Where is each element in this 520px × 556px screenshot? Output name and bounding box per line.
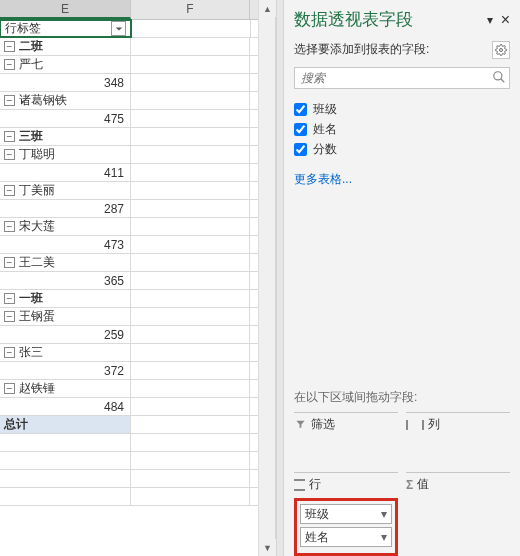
collapse-icon[interactable]: − (4, 131, 15, 142)
svg-line-2 (501, 79, 505, 83)
search-icon (492, 70, 506, 87)
value-cell[interactable]: 365 (0, 272, 131, 289)
value-cell[interactable]: 259 (0, 326, 131, 343)
pivot-table: 行标签−二班−严七348−诸葛钢铁475−三班−丁聪明411−丁美丽287−宋大… (0, 20, 275, 506)
child-row[interactable]: −丁美丽 (0, 182, 131, 199)
child-row[interactable]: −丁聪明 (0, 146, 131, 163)
columns-icon (406, 420, 424, 430)
rows-dropzone[interactable]: 班级▾姓名▾ (294, 498, 398, 556)
collapse-icon[interactable]: − (4, 257, 15, 268)
chip-dropdown-icon[interactable]: ▾ (381, 530, 387, 544)
field-chip[interactable]: 姓名▾ (300, 527, 392, 547)
col-header-f[interactable]: F (131, 0, 250, 19)
field-label: 班级 (313, 101, 337, 118)
value-cell[interactable]: 372 (0, 362, 131, 379)
collapse-icon[interactable]: − (4, 149, 15, 160)
gear-icon (495, 44, 507, 56)
scroll-up-button[interactable]: ▲ (259, 0, 276, 17)
child-row[interactable]: −严七 (0, 56, 131, 73)
collapse-icon[interactable]: − (4, 383, 15, 394)
collapse-icon[interactable]: − (4, 59, 15, 70)
value-cell[interactable]: 287 (0, 200, 131, 217)
col-header-e[interactable]: E (0, 0, 131, 19)
svg-point-1 (494, 72, 502, 80)
rows-icon (294, 479, 305, 491)
fields-settings-button[interactable] (492, 41, 510, 59)
scroll-down-button[interactable]: ▼ (259, 539, 276, 556)
field-checkbox[interactable] (294, 123, 307, 136)
empty-cell[interactable] (0, 452, 131, 469)
value-cell[interactable]: 473 (0, 236, 131, 253)
worksheet-area: E F 行标签−二班−严七348−诸葛钢铁475−三班−丁聪明411−丁美丽28… (0, 0, 276, 556)
field-item[interactable]: 班级 (294, 99, 510, 119)
child-row[interactable]: −张三 (0, 344, 131, 361)
column-headers: E F (0, 0, 275, 20)
group-row[interactable]: −二班 (0, 38, 131, 55)
child-row[interactable]: −宋大莲 (0, 218, 131, 235)
pane-separator[interactable] (276, 0, 284, 556)
field-label: 姓名 (313, 121, 337, 138)
collapse-icon[interactable]: − (4, 347, 15, 358)
child-row[interactable]: −王二美 (0, 254, 131, 271)
field-item[interactable]: 分数 (294, 139, 510, 159)
vertical-scrollbar[interactable]: ▲ ▼ (258, 0, 275, 556)
values-area-label: 值 (417, 476, 429, 493)
field-list: 班级姓名分数 (294, 99, 510, 159)
group-row[interactable]: −一班 (0, 290, 131, 307)
pane-close-icon[interactable]: × (501, 11, 510, 29)
pivot-fields-pane: 数据透视表字段 ▾ × 选择要添加到报表的字段: 班级姓名分数 更多表格... … (284, 0, 520, 556)
field-chip[interactable]: 班级▾ (300, 504, 392, 524)
field-item[interactable]: 姓名 (294, 119, 510, 139)
columns-area[interactable]: 列 (406, 412, 510, 468)
areas-hint: 在以下区域间拖动字段: (294, 389, 510, 406)
collapse-icon[interactable]: − (4, 41, 15, 52)
chip-dropdown-icon[interactable]: ▾ (381, 507, 387, 521)
child-row[interactable]: −赵铁锤 (0, 380, 131, 397)
search-input[interactable] (294, 67, 510, 89)
field-checkbox[interactable] (294, 103, 307, 116)
child-row[interactable]: −王钢蛋 (0, 308, 131, 325)
value-cell[interactable]: 475 (0, 110, 131, 127)
pane-menu-caret-icon[interactable]: ▾ (487, 13, 493, 27)
values-area[interactable]: Σ值 (406, 472, 510, 556)
chip-label: 班级 (305, 506, 329, 523)
value-cell[interactable]: 484 (0, 398, 131, 415)
filter-area-label: 筛选 (311, 416, 335, 433)
areas-grid: 筛选 列 行 班级▾姓名▾ Σ值 (294, 412, 510, 556)
child-row[interactable]: −诸葛钢铁 (0, 92, 131, 109)
field-label: 分数 (313, 141, 337, 158)
more-tables-link[interactable]: 更多表格... (294, 171, 510, 188)
filter-icon (294, 419, 307, 430)
grand-total-row[interactable]: 总计 (0, 416, 131, 433)
values-icon: Σ (406, 478, 413, 492)
value-cell[interactable]: 348 (0, 74, 131, 91)
row-labels-cell[interactable]: 行标签 (0, 19, 132, 38)
chip-label: 姓名 (305, 529, 329, 546)
rows-area-label: 行 (309, 476, 321, 493)
collapse-icon[interactable]: − (4, 185, 15, 196)
empty-cell[interactable] (0, 488, 131, 505)
collapse-icon[interactable]: − (4, 293, 15, 304)
group-row[interactable]: −三班 (0, 128, 131, 145)
collapse-icon[interactable]: − (4, 95, 15, 106)
field-search (294, 67, 510, 89)
collapse-icon[interactable]: − (4, 221, 15, 232)
pane-subtitle: 选择要添加到报表的字段: (294, 42, 429, 56)
field-checkbox[interactable] (294, 143, 307, 156)
empty-cell[interactable] (0, 470, 131, 487)
rows-area[interactable]: 行 班级▾姓名▾ (294, 472, 398, 556)
svg-point-0 (500, 49, 503, 52)
value-cell[interactable]: 411 (0, 164, 131, 181)
filter-area[interactable]: 筛选 (294, 412, 398, 468)
filter-dropdown-button[interactable] (111, 21, 126, 36)
collapse-icon[interactable]: − (4, 311, 15, 322)
empty-cell[interactable] (0, 434, 131, 451)
columns-area-label: 列 (428, 416, 440, 433)
pane-title: 数据透视表字段 (294, 8, 413, 31)
